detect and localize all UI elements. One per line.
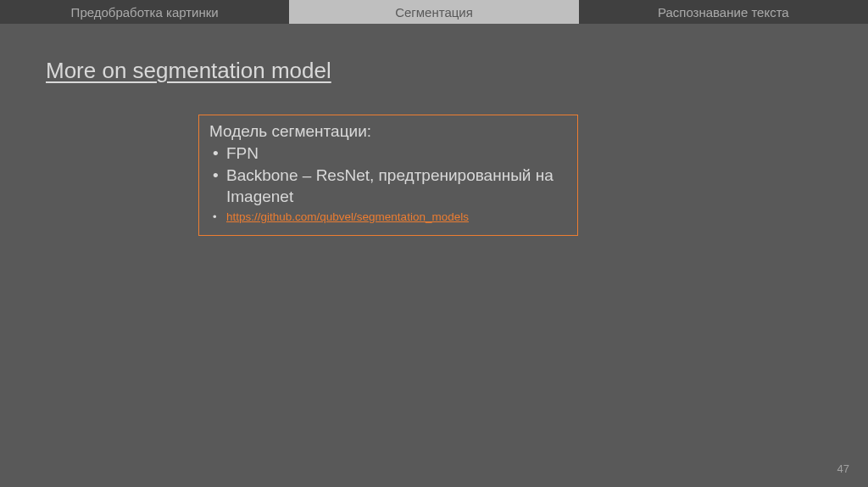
info-list: FPN Backbone – ResNet, предтренированный… [209,143,567,227]
github-link[interactable]: https://github.com/qubvel/segmentation_m… [226,210,469,223]
info-bullet-fpn: FPN [209,143,567,165]
tab-bar: Предобработка картинки Сегментация Распо… [0,0,868,24]
slide-heading: More on segmentation model [46,58,868,84]
tab-text-recognition[interactable]: Распознавание текста [579,0,868,24]
segmentation-info-box: Модель сегментации: FPN Backbone – ResNe… [198,115,578,236]
info-bullet-backbone: Backbone – ResNet, предтренированный на … [209,165,567,208]
tab-segmentation[interactable]: Сегментация [289,0,578,24]
info-bullet-link: https://github.com/qubvel/segmentation_m… [209,208,567,227]
tab-preprocessing[interactable]: Предобработка картинки [0,0,289,24]
page-number: 47 [837,462,849,475]
info-box-title: Модель сегментации: [209,122,567,141]
